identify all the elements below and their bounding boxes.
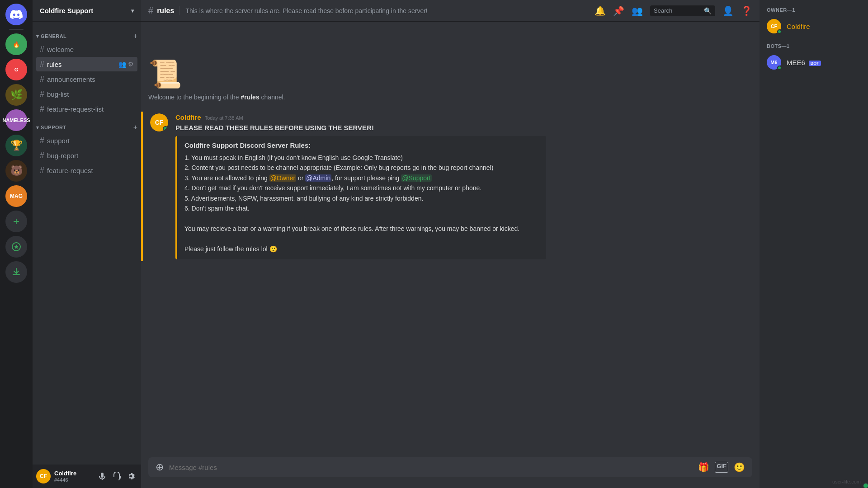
member-coldfire[interactable]: CF Coldfire bbox=[763, 16, 864, 36]
channel-support[interactable]: # support bbox=[36, 133, 137, 148]
emoji-icon[interactable]: 🙂 bbox=[734, 462, 745, 473]
channel-hash-icon: # bbox=[40, 75, 44, 84]
channel-rules-icons: 👥 ⚙ bbox=[118, 61, 134, 68]
channel-hash-icon: # bbox=[40, 136, 44, 145]
member-mee6-avatar: M6 bbox=[767, 55, 781, 70]
channel-sidebar: Coldfire Support ▾ ▾ GENERAL + # welcome… bbox=[33, 0, 141, 488]
rule-1: 1. You must speak in English (if you don… bbox=[184, 153, 539, 163]
channel-hash-icon: # bbox=[40, 89, 44, 99]
message-group: CF Coldfire Today at 7:38 AM PLEASE READ… bbox=[141, 112, 760, 261]
members-list-icon[interactable]: 👥 bbox=[632, 5, 643, 16]
deafen-button[interactable] bbox=[110, 470, 123, 483]
channel-header: # rules This is where the server rules a… bbox=[141, 0, 760, 22]
server-icon-5[interactable]: 🏆 bbox=[5, 135, 27, 156]
channel-announcements[interactable]: # announcements bbox=[36, 72, 137, 86]
message-input-area: ⊕ 🎁 GIF 🙂 bbox=[141, 457, 760, 488]
channel-feature-request-list-label: feature-request-list bbox=[47, 105, 134, 113]
search-bar[interactable]: Search 🔍 bbox=[650, 5, 715, 16]
server-icon-1[interactable]: 🔥 bbox=[5, 33, 27, 55]
message-embed: Coldfire Support Discord Server Rules: 1… bbox=[175, 136, 546, 259]
user-display-name: Coldfire bbox=[54, 470, 92, 477]
channel-settings-icon[interactable]: ⚙ bbox=[128, 61, 134, 68]
channel-rules[interactable]: # rules 👥 ⚙ bbox=[36, 57, 137, 71]
channel-hash-icon: # bbox=[40, 166, 44, 175]
gif-icon[interactable]: GIF bbox=[715, 462, 728, 473]
channel-header-icons: 🔔 📌 👥 Search 🔍 👤 ❓ bbox=[594, 5, 752, 16]
channel-bug-list-label: bug-list bbox=[47, 90, 134, 98]
member-mee6-name: MEE6 bbox=[787, 59, 805, 66]
category-support: ▾ SUPPORT + bbox=[33, 117, 141, 133]
channel-welcome[interactable]: # welcome bbox=[36, 42, 137, 56]
channel-hash-icon: # bbox=[40, 60, 44, 69]
member-online-indicator bbox=[777, 29, 782, 34]
message-input[interactable] bbox=[169, 464, 698, 471]
explore-servers-button[interactable] bbox=[5, 236, 27, 258]
discord-home-button[interactable] bbox=[5, 4, 27, 25]
members-sidebar: OWNER—1 CF Coldfire BOTS—1 M6 MEE6 BOT bbox=[760, 0, 868, 488]
server-list: 🔥 G 🌿 NAMELESS 🏆 🐻 MAG + bbox=[0, 0, 33, 488]
category-general-add[interactable]: + bbox=[133, 33, 137, 40]
search-icon: 🔍 bbox=[704, 7, 712, 14]
server-icon-6[interactable]: 🐻 bbox=[5, 160, 27, 182]
channel-hash-icon: # bbox=[40, 151, 44, 160]
server-header[interactable]: Coldfire Support ▾ bbox=[33, 0, 141, 22]
settings-button[interactable] bbox=[125, 470, 137, 483]
channel-feature-request-list[interactable]: # feature-request-list bbox=[36, 102, 137, 116]
server-icon-3[interactable]: 🌿 bbox=[5, 84, 27, 106]
message-header: Coldfire Today at 7:38 AM bbox=[175, 113, 752, 121]
rule-3: 3. You are not allowed to ping @Owner or… bbox=[184, 173, 539, 183]
message-add-button[interactable]: ⊕ bbox=[156, 461, 164, 473]
channel-hash-icon: # bbox=[40, 45, 44, 54]
download-button[interactable] bbox=[5, 261, 27, 283]
notification-bell-icon[interactable]: 🔔 bbox=[594, 5, 606, 16]
category-general: ▾ GENERAL + bbox=[33, 25, 141, 42]
messages-area: 📜 Welcome to the beginning of the #rules… bbox=[141, 22, 760, 457]
channel-members-icon[interactable]: 👥 bbox=[118, 61, 126, 68]
rule-6: 6. Don't spam the chat. bbox=[184, 203, 539, 213]
embed-title: Coldfire Support Discord Server Rules: bbox=[184, 141, 539, 149]
channel-beginning: 📜 Welcome to the beginning of the #rules… bbox=[141, 22, 760, 108]
channel-bug-report[interactable]: # bug-report bbox=[36, 148, 137, 163]
mention-support: @Support bbox=[401, 174, 431, 182]
message-main-text: PLEASE READ THESE RULES BEFORE USING THE… bbox=[175, 123, 752, 132]
member-mee6-online bbox=[777, 66, 782, 70]
user-info: Coldfire #4446 bbox=[54, 470, 92, 483]
message-content: Coldfire Today at 7:38 AM PLEASE READ TH… bbox=[175, 113, 752, 259]
member-mee6[interactable]: M6 MEE6 BOT bbox=[763, 52, 864, 72]
user-discriminator: #4446 bbox=[54, 477, 92, 483]
main-content: # rules This is where the server rules a… bbox=[141, 0, 760, 488]
channel-feature-request-label: feature-request bbox=[47, 167, 134, 174]
owner-section-title: OWNER—1 bbox=[763, 7, 864, 13]
add-server-button[interactable]: + bbox=[5, 211, 27, 232]
rule-2: 2. Content you post needs to be channel … bbox=[184, 163, 539, 173]
header-divider bbox=[179, 6, 180, 15]
channel-header-name: rules bbox=[157, 7, 174, 15]
message-author-name[interactable]: Coldfire bbox=[175, 113, 201, 121]
channel-header-topic: This is where the server rules are. Plea… bbox=[185, 7, 591, 14]
help-icon[interactable]: ❓ bbox=[741, 5, 752, 16]
user-online-indicator bbox=[863, 483, 868, 488]
user-profile-icon[interactable]: 👤 bbox=[722, 5, 734, 16]
server-icon-7[interactable]: MAG bbox=[5, 185, 27, 207]
channel-rules-label: rules bbox=[47, 61, 116, 68]
channel-bug-list[interactable]: # bug-list bbox=[36, 87, 137, 101]
user-avatar: CF bbox=[36, 469, 51, 483]
rule-5: 5. Advertisements, NSFW, harassment, and… bbox=[184, 193, 539, 203]
embed-body: 1. You must speak in English (if you don… bbox=[184, 153, 539, 254]
channel-hash-icon: # bbox=[40, 104, 44, 114]
member-coldfire-avatar: CF bbox=[767, 19, 781, 33]
channel-feature-request[interactable]: # feature-request bbox=[36, 163, 137, 178]
user-controls bbox=[96, 470, 137, 483]
server-icon-2[interactable]: G bbox=[5, 59, 27, 80]
mute-button[interactable] bbox=[96, 470, 108, 483]
channel-beginning-text: Welcome to the beginning of the #rules c… bbox=[148, 94, 752, 101]
category-support-add[interactable]: + bbox=[133, 124, 137, 131]
server-icon-4[interactable]: NAMELESS bbox=[5, 109, 27, 131]
mention-admin: @Admin bbox=[305, 174, 331, 182]
watermark: user-life.com bbox=[832, 479, 861, 484]
bots-section-title: BOTS—1 bbox=[763, 43, 864, 49]
pin-icon[interactable]: 📌 bbox=[613, 5, 624, 16]
channel-list: ▾ GENERAL + # welcome # rules 👥 ⚙ # anno… bbox=[33, 22, 141, 465]
gift-icon[interactable]: 🎁 bbox=[698, 462, 709, 473]
member-coldfire-name: Coldfire bbox=[787, 23, 810, 30]
